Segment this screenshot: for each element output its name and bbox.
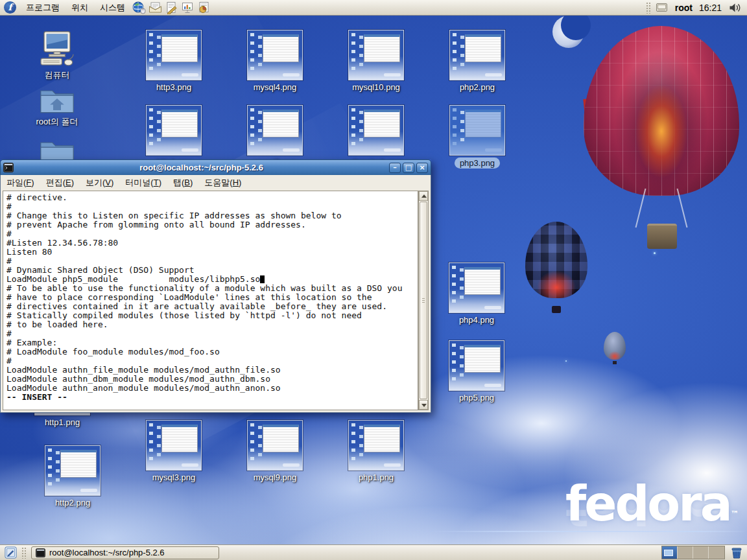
terminal-line: # [6, 329, 418, 338]
terminal-line: LoadModule authn_dbm_module modules/mod_… [6, 375, 418, 384]
calc-icon [197, 1, 211, 14]
terminal-scrollbar[interactable] [418, 191, 429, 410]
thumbnail-wordmark [182, 148, 198, 152]
terminal-line: #Listen 12.34.56.78:80 [6, 239, 418, 248]
workspace-1[interactable] [662, 546, 678, 559]
vi-mode-status: -- INSERT -- [6, 393, 418, 402]
terminal-line: # LoadModule foo_module modules/mod_foo.… [6, 347, 418, 356]
file-thumbnail [348, 420, 404, 471]
balloon-basket [647, 224, 677, 249]
file-label: mysql10.png [352, 82, 400, 92]
web-browser-launcher[interactable] [131, 1, 147, 14]
show-desktop-glyph [5, 546, 17, 559]
thumbnail-window [161, 34, 198, 62]
panel-drag-handle[interactable] [21, 547, 27, 559]
desktop-file-icon[interactable]: php1.png [340, 420, 412, 482]
desktop-file-icon[interactable]: php5.png [441, 340, 512, 402]
thumbnail-wordmark [485, 73, 502, 76]
terminal-titlebar[interactable]: root@localhost:~/src/php-5.2.6 – □ × [0, 159, 431, 175]
desktop-file-icon[interactable]: php4.png [441, 262, 512, 325]
file-label: php4.png [459, 315, 494, 325]
desktop-icon-home-folder[interactable]: root의 폴더 [21, 87, 93, 128]
file-thumbnail [449, 262, 504, 313]
menu-system[interactable]: 시스템 [94, 1, 131, 14]
terminal-menu-b[interactable]: 탭(B) [171, 176, 198, 190]
desktop-file-icon[interactable]: php3.png [442, 105, 513, 169]
desktop-file-icon[interactable]: dbmake1.png [340, 105, 412, 167]
terminal-body: 파일(F)편집(E)보기(V)터미널(T)탭(B)도움말(H) # direct… [0, 175, 431, 413]
file-thumbnail [449, 340, 504, 391]
word-processor-launcher[interactable] [163, 1, 180, 14]
clock[interactable]: 16:21 [699, 3, 722, 13]
spreadsheet-launcher[interactable] [196, 1, 212, 14]
terminal-window[interactable]: root@localhost:~/src/php-5.2.6 – □ × 파일(… [0, 159, 431, 413]
desktop-icon-computer[interactable]: 컴퓨터 [21, 30, 93, 81]
desktop-file-icon[interactable]: mysql3.png [138, 420, 209, 482]
scroll-up-arrow[interactable] [419, 191, 428, 201]
computer-icon [38, 30, 77, 67]
thumbnail-window [464, 267, 501, 295]
desktop-file-icon[interactable]: php2.png [442, 30, 513, 92]
terminal-menu-f[interactable]: 파일(F) [5, 176, 40, 190]
terminal-menu-v[interactable]: 보기(V) [84, 176, 119, 190]
top-panel: f 프로그램위치시스템 [0, 0, 747, 16]
desktop-file-icon[interactable]: mysql10.png [340, 30, 412, 92]
thumbnail-wordmark [283, 463, 300, 467]
terminal-menu-e[interactable]: 편집(E) [44, 176, 79, 190]
desktop-file-icon[interactable]: mysql4.png [239, 30, 311, 92]
presentation-launcher[interactable] [180, 1, 196, 14]
file-thumbnail [247, 30, 303, 80]
fedora-menu-logo[interactable]: f [4, 1, 16, 14]
workspace-4[interactable] [709, 546, 724, 559]
thumbnail-wordmark [80, 489, 97, 492]
selection-tint [450, 106, 504, 155]
terminal-line: # to be loaded here. [6, 320, 418, 329]
thumbnail-wordmark [283, 73, 300, 76]
trash-icon[interactable] [728, 546, 744, 559]
scrollbar-thumb[interactable] [420, 202, 427, 399]
thumbnail-window [60, 450, 97, 478]
show-desktop-icon[interactable] [3, 546, 19, 559]
desktop-file-icon[interactable]: mysql5.png [239, 105, 311, 167]
notification-area-icon[interactable] [654, 1, 670, 14]
logged-in-user[interactable]: root [675, 3, 693, 13]
terminal-menu-t[interactable]: 터미널(T) [123, 176, 167, 190]
terminal-text-area[interactable]: # directive.## Change this to Listen on … [3, 191, 418, 410]
terminal-line: # To be able to use the functionality of… [6, 284, 418, 293]
desktop-file-icon[interactable]: http4.png [138, 105, 209, 167]
workspace-switcher[interactable] [661, 546, 725, 559]
terminal-line: # Example: [6, 338, 418, 347]
terminal-line: # Dynamic Shared Object (DSO) Support [6, 266, 418, 275]
desktop-file-icon[interactable]: http2.png [37, 445, 108, 508]
taskbar-window-button[interactable]: root@localhost:~/src/php-5.2.6 [31, 546, 219, 559]
desktop-file-icon[interactable]: http3.png [138, 30, 209, 92]
thumbnail-window [161, 110, 198, 137]
menu-applications[interactable]: 프로그램 [20, 1, 65, 14]
trash-can-glyph [730, 546, 743, 559]
thumbnail-wordmark [384, 148, 401, 152]
minimize-button[interactable]: – [389, 163, 401, 173]
file-thumbnail [348, 30, 404, 80]
terminal-line: # directives contained in it are actuall… [6, 302, 418, 311]
scroll-down-arrow[interactable] [419, 400, 428, 410]
fedora-wordmark: fedora™ [565, 480, 739, 528]
terminal-line: # prevent Apache from glomming onto all … [6, 220, 418, 229]
workspace-2[interactable] [678, 546, 693, 559]
panel-drag-handle[interactable] [646, 2, 651, 14]
thumbnail-window [161, 425, 198, 452]
close-button[interactable]: × [416, 163, 428, 173]
thumbnail-wordmark [384, 463, 401, 467]
menu-places[interactable]: 위치 [65, 1, 94, 14]
terminal-line: # Change this to Listen on specific IP a… [6, 211, 418, 220]
thumbnail-wordmark [484, 306, 501, 309]
speaker-icon [729, 3, 741, 13]
terminal-line: LoadModule php5_module modules/libphp5.s… [6, 275, 418, 284]
file-thumbnail [146, 420, 202, 471]
desktop-file-icon[interactable]: mysql9.png [239, 420, 311, 482]
terminal-menu-h[interactable]: 도움말(H) [202, 176, 246, 190]
terminal-line: Listen 80 [6, 248, 418, 257]
email-launcher[interactable] [147, 1, 163, 14]
volume-icon[interactable] [727, 1, 743, 14]
workspace-3[interactable] [693, 546, 709, 559]
maximize-button[interactable]: □ [403, 163, 414, 173]
